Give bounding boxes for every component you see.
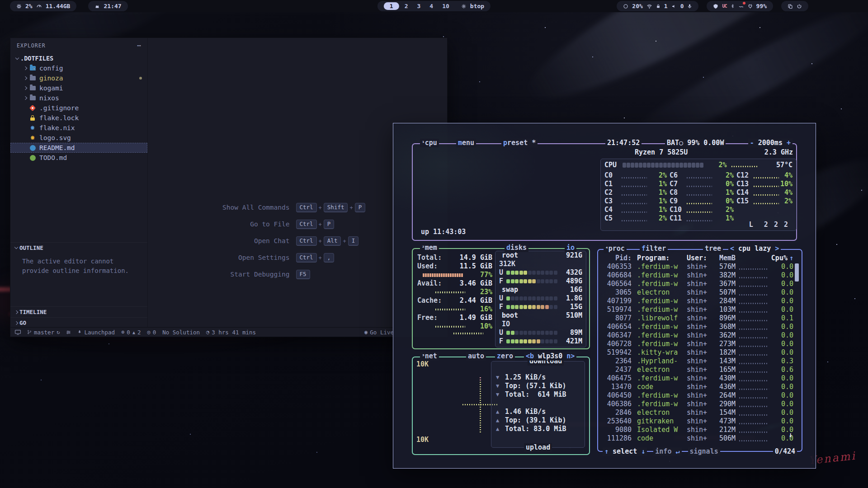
- process-row[interactable]: 407199 .ferdium-w shin+ 284M 0.0: [598, 297, 802, 305]
- col-user[interactable]: User:: [687, 254, 713, 263]
- workspace-button[interactable]: 2: [401, 3, 412, 9]
- core-row: C5 2%: [604, 214, 667, 223]
- quick-settings-pill[interactable]: 20% 1 0: [617, 1, 698, 11]
- process-row[interactable]: 3065 electron shin+ 507M 0.0: [598, 288, 802, 297]
- process-row[interactable]: 13470 code shin+ 436M 0.0: [598, 383, 802, 391]
- system-stats-pill[interactable]: 2% 11.44GB: [10, 1, 76, 11]
- proc-box-title[interactable]: ⁴proc: [604, 244, 627, 253]
- filter-button[interactable]: filter: [640, 244, 668, 253]
- timeline-header[interactable]: TIMELINE: [10, 307, 147, 317]
- disks-title[interactable]: disks: [505, 244, 528, 252]
- time-tracker-item[interactable]: ◔ 3 hrs 41 mins: [206, 329, 256, 336]
- outline-header[interactable]: OUTLINE: [10, 243, 147, 253]
- tree-toggle-button[interactable]: tree: [703, 244, 723, 253]
- mem-box-title[interactable]: ²mem: [420, 244, 439, 252]
- process-row[interactable]: 406654 .ferdium-w shin+ 368M 0.0: [598, 323, 802, 331]
- tree-root-dotfiles[interactable]: .DOTFILES: [10, 53, 147, 63]
- workspace-button[interactable]: 10: [439, 3, 453, 9]
- process-program: .ferdium-w: [637, 400, 684, 408]
- scroll-down-icon[interactable]: ↓: [788, 431, 793, 439]
- workspace-button[interactable]: 4: [426, 3, 437, 9]
- tree-item[interactable]: README.md: [10, 143, 147, 153]
- cpu-box-title[interactable]: ¹cpu: [420, 139, 439, 147]
- sort-next-button[interactable]: >: [775, 244, 779, 253]
- tree-item[interactable]: kogami: [10, 83, 147, 93]
- process-row[interactable]: 2846 electron shin+ 154M 0.0: [598, 408, 802, 417]
- tree-item[interactable]: logo.svg: [10, 133, 147, 143]
- go-header[interactable]: GO: [10, 318, 147, 328]
- more-actions-icon[interactable]: ⋯: [137, 42, 141, 50]
- core-graph: [754, 177, 779, 178]
- interval-increase-button[interactable]: +: [787, 139, 791, 147]
- menu-button[interactable]: menu: [456, 139, 476, 147]
- file-icon: [28, 94, 37, 102]
- process-row[interactable]: 406684 .ferdium-w shin+ 382M 0.0: [598, 271, 802, 280]
- col-pid[interactable]: Pid:: [603, 254, 632, 263]
- workspace-button[interactable]: 1: [384, 2, 399, 10]
- process-row[interactable]: 9080 Isolated W shin+ 212M 0.0: [598, 426, 802, 434]
- process-row[interactable]: 406564 .ferdium-w shin+ 367M 0.0: [598, 280, 802, 288]
- select-hint[interactable]: ↑ select ↓: [603, 447, 647, 456]
- core-label: C3: [604, 197, 622, 206]
- process-row[interactable]: 519942 .kitty-wra shin+ 182M 0.0: [598, 348, 802, 357]
- solution-item[interactable]: No Solution: [162, 329, 200, 336]
- net-interface-switcher[interactable]: <b wlp3s0 n>: [524, 352, 576, 361]
- preset-button[interactable]: preset *: [501, 139, 538, 147]
- process-row[interactable]: 406386 .ferdium-w shin+ 290M 0.0: [598, 400, 802, 408]
- problems-item[interactable]: ⊗ 0 ▲ 2: [121, 329, 141, 336]
- process-cpu-graph: [739, 423, 767, 424]
- go-live-button[interactable]: ◉ Go Live: [364, 329, 394, 336]
- process-program: .librewolf: [637, 314, 684, 323]
- remote-window-button[interactable]: [15, 330, 21, 335]
- update-interval-control[interactable]: - 2000ms +: [748, 139, 793, 147]
- process-row[interactable]: 406450 .ferdium-w shin+ 264M 0.0: [598, 391, 802, 400]
- col-program[interactable]: Program:: [637, 254, 684, 263]
- stat-label: Total:: [417, 253, 442, 262]
- process-row[interactable]: 406728 .ferdium-w shin+ 273M 0.0: [598, 340, 802, 348]
- memory-stat: Used: 11.5 GiB 77%: [417, 262, 492, 279]
- tree-item[interactable]: .gitignore: [10, 103, 147, 113]
- process-row[interactable]: 406347 .ferdium-w shin+ 362M 0.0: [598, 331, 802, 340]
- tree-item[interactable]: flake.lock: [10, 113, 147, 123]
- ports-item[interactable]: ◎ 0: [147, 329, 156, 336]
- proc-scrollbar[interactable]: [795, 263, 799, 282]
- col-mem[interactable]: MemB: [713, 254, 736, 263]
- tree-item[interactable]: ginoza: [10, 73, 147, 83]
- process-row[interactable]: 8077 .librewolf shin+ 896M 0.1: [598, 314, 802, 323]
- process-row[interactable]: 2364 .Hyprland- shin+ 143M 0.3: [598, 357, 802, 366]
- process-row[interactable]: 111286 code shin+ 506M 0.0: [598, 434, 802, 443]
- process-pid: 519974: [603, 305, 632, 314]
- git-branch-item[interactable]: master ↻: [27, 329, 60, 336]
- clock-pill[interactable]: 21:47: [88, 1, 127, 11]
- tree-item[interactable]: config: [10, 63, 147, 73]
- process-row[interactable]: 406353 .ferdium-w shin+ 576M 0.0: [598, 263, 802, 271]
- tree-item[interactable]: TODO.md: [10, 153, 147, 163]
- col-cpu[interactable]: Cpu%: [767, 254, 788, 263]
- chevron-right-icon: [22, 105, 28, 111]
- process-cpu-graph: [739, 303, 767, 304]
- workspace-button[interactable]: 3: [414, 3, 425, 9]
- process-row[interactable]: 519974 .ferdium-w shin+ 103M 0.0: [598, 305, 802, 314]
- chevron-right-icon: [22, 115, 28, 121]
- info-hint[interactable]: info ↵: [653, 447, 681, 456]
- io-mode-button[interactable]: io: [565, 244, 576, 252]
- net-box-title[interactable]: ³net: [420, 352, 439, 361]
- process-row[interactable]: 253640 gitkraken shin+ 473M 0.0: [598, 417, 802, 426]
- launchpad-item[interactable]: Launchpad: [77, 329, 115, 336]
- core-row: C0 2%: [604, 171, 667, 180]
- tray-pill[interactable]: UC 99%: [707, 1, 773, 11]
- net-auto-button[interactable]: auto: [466, 352, 486, 361]
- tree-item[interactable]: flake.nix: [10, 123, 147, 133]
- process-row[interactable]: 406475 .ferdium-w shin+ 430M 0.0: [598, 374, 802, 383]
- process-row[interactable]: 2437 electron shin+ 165M 0.6: [598, 366, 802, 374]
- net-zero-button[interactable]: zero: [495, 352, 515, 361]
- session-pill[interactable]: [781, 1, 808, 11]
- disk-free-meter: [506, 339, 557, 343]
- file-icon: [28, 134, 37, 141]
- interval-decrease-button[interactable]: -: [750, 139, 754, 147]
- sliders-button[interactable]: [66, 330, 71, 335]
- sort-prev-button[interactable]: <: [730, 244, 734, 253]
- signals-hint[interactable]: signals: [688, 447, 720, 456]
- sort-control[interactable]: < cpu lazy >: [728, 244, 781, 253]
- tree-item[interactable]: nixos: [10, 93, 147, 103]
